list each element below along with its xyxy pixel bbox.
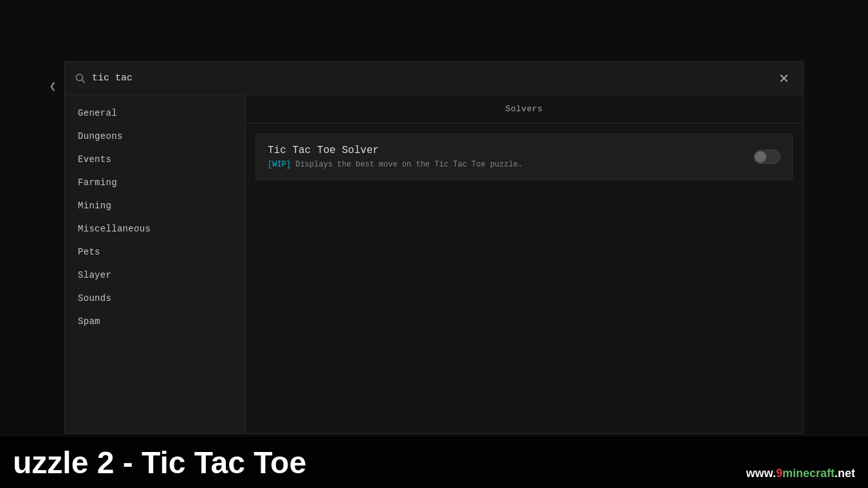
watermark-www: www. xyxy=(746,467,776,480)
feature-toggle[interactable] xyxy=(753,150,780,164)
sidebar-item-sounds[interactable]: Sounds xyxy=(65,287,245,310)
sidebar-item-general[interactable]: General xyxy=(65,102,245,125)
sidebar-item-events[interactable]: Events xyxy=(65,148,245,171)
search-input[interactable]: tic tac xyxy=(92,73,768,84)
sidebar-item-dungeons[interactable]: Dungeons xyxy=(65,125,245,148)
sidebar-item-spam[interactable]: Spam xyxy=(65,310,245,333)
feature-title: Tic Tac Toe Solver xyxy=(268,145,743,156)
feature-info: Tic Tac Toe Solver [WIP] Displays the be… xyxy=(268,145,743,169)
watermark-net: .net xyxy=(835,467,855,480)
features-list: Tic Tac Toe Solver [WIP] Displays the be… xyxy=(245,123,803,195)
back-arrow-button[interactable]: ❮ xyxy=(44,69,62,103)
section-header: Solvers xyxy=(245,95,803,123)
watermark-nine: 9 xyxy=(776,467,782,480)
watermark-mine: minecraft xyxy=(782,467,835,480)
search-icon xyxy=(75,73,86,84)
sidebar: General Dungeons Events Farming Mining M… xyxy=(65,95,245,433)
feature-card-tic-tac-toe: Tic Tac Toe Solver [WIP] Displays the be… xyxy=(255,134,793,180)
content-area: General Dungeons Events Farming Mining M… xyxy=(65,95,803,433)
sidebar-item-pets[interactable]: Pets xyxy=(65,240,245,264)
svg-line-1 xyxy=(82,80,85,82)
wip-tag: [WIP] xyxy=(268,160,291,169)
sidebar-item-slayer[interactable]: Slayer xyxy=(65,264,245,287)
settings-modal: tic tac ✕ General Dungeons Events Farmin… xyxy=(64,61,804,434)
bottom-bar: uzzle 2 - Tic Tac Toe xyxy=(0,437,868,488)
bottom-title: uzzle 2 - Tic Tac Toe xyxy=(13,445,306,480)
sidebar-item-miscellaneous[interactable]: Miscellaneous xyxy=(65,217,245,240)
search-header: tic tac ✕ xyxy=(65,62,803,95)
sidebar-item-mining[interactable]: Mining xyxy=(65,194,245,217)
main-content: Solvers Tic Tac Toe Solver [WIP] Display… xyxy=(245,95,803,433)
watermark: www.9minecraft.net xyxy=(746,467,855,480)
feature-desc-text: Displays the best move on the Tic Tac To… xyxy=(291,160,522,169)
close-button[interactable]: ✕ xyxy=(775,69,793,87)
feature-description: [WIP] Displays the best move on the Tic … xyxy=(268,160,743,169)
sidebar-item-farming[interactable]: Farming xyxy=(65,171,245,194)
